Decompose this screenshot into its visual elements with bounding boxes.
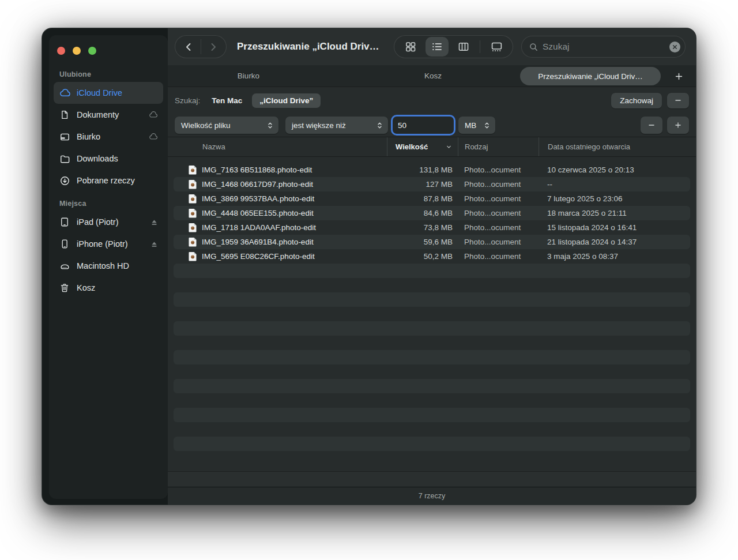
sidebar-item-downloads-folder[interactable]: Downloads: [54, 148, 163, 170]
filter-attribute-select[interactable]: Wielkość pliku: [175, 116, 278, 134]
table-row[interactable]: IMG_4448 065EE155.photo-edit 84,6 MB Pho…: [174, 206, 690, 220]
photo-edit-file-icon: [189, 194, 197, 204]
scope-this-mac[interactable]: Ten Mac: [212, 96, 242, 105]
view-mode-group: [394, 35, 513, 58]
photo-edit-file-icon: [189, 179, 197, 189]
empty-row: [174, 437, 690, 451]
column-header-size[interactable]: Wielkość: [387, 137, 458, 156]
scope-icloud-drive[interactable]: „iCloud Drive”: [252, 93, 321, 108]
icloud-icon: [59, 87, 77, 99]
tab-bar: Biurko Kosz Przeszukiwanie „iCloud Driv…: [168, 65, 696, 87]
remove-criterion-button[interactable]: [641, 116, 662, 134]
search-scope-label: Szukaj:: [175, 96, 200, 105]
empty-row: [174, 292, 690, 307]
clear-search-icon[interactable]: [669, 42, 680, 52]
search-criteria-bar: Szukaj: Ten Mac „iCloud Drive” Zachowaj: [168, 87, 696, 114]
close-button[interactable]: [57, 47, 65, 55]
empty-row: [174, 408, 690, 422]
new-tab-button[interactable]: [669, 67, 688, 85]
trash-icon: [59, 283, 77, 293]
sidebar-item-iphone[interactable]: iPhone (Piotr): [54, 233, 163, 255]
eject-icon[interactable]: [150, 240, 159, 249]
save-search-button[interactable]: Zachowaj: [611, 93, 662, 108]
sidebar-item-trash[interactable]: Kosz: [54, 277, 163, 299]
table-row[interactable]: IMG_1468 06617D97.photo-edit 127 MB Phot…: [174, 177, 690, 191]
zoom-button[interactable]: [88, 47, 96, 55]
tab-search-icloud[interactable]: Przeszukiwanie „iCloud Driv…: [520, 67, 661, 85]
column-header-name[interactable]: Nazwa: [168, 137, 387, 156]
navigation-group: [175, 35, 227, 58]
tab-desktop[interactable]: Biurko: [238, 65, 259, 87]
download-circle-icon: [59, 175, 77, 186]
tab-trash[interactable]: Kosz: [424, 65, 442, 87]
sidebar-section-locations: Miejsca: [54, 191, 163, 211]
sidebar: Ulubione iCloud Drive Dokumenty Biurko: [49, 35, 168, 499]
filter-unit-value: MB: [465, 121, 476, 130]
divider: [480, 40, 480, 53]
cloud-status-icon: [149, 110, 159, 120]
sidebar-item-label: Downloads: [77, 154, 159, 163]
photo-edit-file-icon: [189, 208, 197, 218]
sidebar-item-icloud-drive[interactable]: iCloud Drive: [54, 82, 163, 104]
photo-edit-file-icon: [189, 251, 197, 261]
empty-row: [174, 393, 690, 408]
table-row[interactable]: IMG_7163 6B511868.photo-edit 131,8 MB Ph…: [174, 163, 690, 177]
sidebar-item-documents[interactable]: Dokumenty: [54, 104, 163, 126]
back-button[interactable]: [176, 36, 201, 58]
photo-edit-file-icon: [189, 223, 197, 232]
table-row[interactable]: IMG_5695 E08C26CF.photo-edit 50,2 MB Pho…: [174, 249, 690, 264]
list-header: Nazwa Wielkość Rodzaj Data ostatniego ot…: [168, 137, 696, 157]
empty-row: [174, 307, 690, 321]
file-list: IMG_7163 6B511868.photo-edit 131,8 MB Ph…: [168, 157, 696, 471]
search-placeholder: Szukaj: [543, 42, 669, 52]
empty-row: [174, 364, 690, 379]
sidebar-item-ipad[interactable]: iPad (Piotr): [54, 211, 163, 233]
gallery-view-icon[interactable]: [485, 37, 508, 57]
iphone-icon: [59, 239, 77, 249]
search-icon: [529, 42, 539, 52]
remove-search-button[interactable]: [667, 93, 689, 108]
sidebar-item-label: Macintosh HD: [77, 261, 159, 270]
column-view-icon[interactable]: [452, 37, 475, 57]
sidebar-section-favorites: Ulubione: [54, 62, 163, 82]
desktop-icon: [59, 131, 77, 142]
column-header-date[interactable]: Data ostatniego otwarcia: [539, 137, 696, 156]
sidebar-item-label: iPhone (Piotr): [77, 239, 150, 249]
empty-row: [174, 379, 690, 393]
items-count: 7 rzeczy: [419, 492, 446, 500]
chevron-updown-icon: [375, 121, 384, 130]
add-criterion-button[interactable]: [667, 116, 689, 134]
table-row[interactable]: IMG_1959 36A691B4.photo-edit 59,6 MB Pho…: [174, 235, 690, 249]
chevron-updown-icon: [266, 121, 274, 130]
status-bar: 7 rzeczy: [168, 487, 696, 505]
empty-row: [174, 350, 690, 364]
list-footer-spacer: [168, 471, 696, 487]
icon-view-icon[interactable]: [399, 37, 422, 57]
sidebar-item-downloaded-items[interactable]: Pobrane rzeczy: [54, 170, 163, 191]
search-field[interactable]: Szukaj: [521, 36, 686, 58]
empty-row: [174, 422, 690, 437]
window-title: Przeszukiwanie „iCloud Driv…: [237, 41, 379, 52]
table-row[interactable]: IMG_3869 99537BAA.photo-edit 87,8 MB Pho…: [174, 191, 690, 206]
filter-value-input[interactable]: 50: [393, 116, 454, 134]
filter-operator-value: jest większe niż: [292, 121, 346, 130]
empty-row: [174, 336, 690, 350]
table-row[interactable]: IMG_1718 1ADA0AAF.photo-edit 73,8 MB Pho…: [174, 220, 690, 235]
minimize-button[interactable]: [73, 47, 81, 55]
document-icon: [59, 110, 77, 120]
column-header-kind[interactable]: Rodzaj: [458, 137, 539, 156]
filter-attribute-value: Wielkość pliku: [181, 121, 231, 130]
sort-chevron-down-icon: [446, 144, 452, 150]
list-view-icon[interactable]: [426, 37, 449, 57]
filter-row: Wielkość pliku jest większe niż 50 MB: [168, 114, 696, 137]
empty-row: [174, 321, 690, 336]
sidebar-item-macintosh-hd[interactable]: Macintosh HD: [54, 255, 163, 277]
sidebar-item-desktop[interactable]: Biurko: [54, 126, 163, 148]
eject-icon[interactable]: [150, 218, 159, 227]
forward-button[interactable]: [201, 36, 225, 58]
empty-row: [174, 264, 690, 278]
chevron-updown-icon: [483, 121, 491, 130]
sidebar-item-label: Biurko: [77, 132, 149, 141]
filter-operator-select[interactable]: jest większe niż: [285, 116, 388, 134]
filter-unit-select[interactable]: MB: [458, 116, 495, 134]
